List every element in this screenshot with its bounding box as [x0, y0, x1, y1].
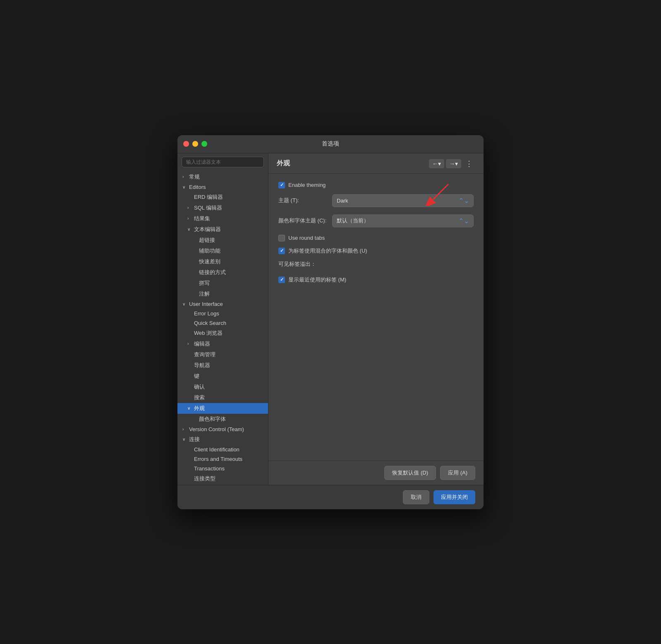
recent-tabs-label: 显示最近使用的标签 (M)	[288, 276, 346, 284]
sidebar-item-errorlogs[interactable]: Error Logs	[177, 309, 268, 318]
select-arrow-icon2: ⌃⌄	[458, 217, 469, 225]
theme-row: 主题 (T): Dark ⌃⌄	[278, 194, 474, 207]
sidebar-item-webbrowser[interactable]: Web 浏览器	[177, 328, 268, 339]
sidebar-item-quicksearch[interactable]: Quick Search	[177, 318, 268, 328]
chevron-right-icon: ›	[182, 427, 187, 432]
main-panel: 外观 ←▾ →▾ ⋮	[268, 153, 484, 485]
color-theme-label: 颜色和字体主题 (C):	[278, 217, 332, 224]
sidebar-item-erd[interactable]: ERD 编辑器	[177, 192, 268, 203]
header-actions: ←▾ →▾ ⋮	[429, 158, 475, 169]
more-button[interactable]: ⋮	[463, 158, 475, 169]
recent-tabs-row: 显示最近使用的标签 (M)	[278, 276, 474, 284]
sidebar-item-texteditor[interactable]: ∨ 文本编辑器	[177, 224, 268, 235]
mixed-font-label: 为标签使用混合的字体和颜色 (U)	[288, 247, 367, 255]
sidebar-item-errorstimeouts[interactable]: Errors and Timeouts	[177, 454, 268, 464]
chevron-right-icon: ›	[182, 174, 187, 179]
preferences-window: 首选项 › 常规 ∨ Editors ERD 编辑器	[177, 135, 484, 509]
theme-select[interactable]: Dark ⌃⌄	[332, 194, 474, 207]
chevron-down-icon: ∨	[187, 227, 192, 231]
sidebar-item-userinterface[interactable]: ∨ User Interface	[177, 299, 268, 309]
apply-button[interactable]: 应用 (A)	[440, 466, 475, 480]
enable-theming-row: Enable theming	[278, 182, 474, 188]
chevron-down-icon: ∨	[182, 185, 187, 189]
sidebar-item-editor2[interactable]: › 编辑器	[177, 339, 268, 349]
visible-tabs-label: 可见标签溢出：	[278, 260, 316, 268]
sidebar-item-confirm[interactable]: 确认	[177, 382, 268, 392]
sidebar-item-navigator[interactable]: 导航器	[177, 360, 268, 371]
sidebar-item-clientid[interactable]: Client Identification	[177, 445, 268, 454]
window-footer: 取消 应用并关闭	[177, 485, 484, 509]
sidebar-item-connection[interactable]: ∨ 连接	[177, 434, 268, 445]
sidebar-item-spelling[interactable]: 拼写	[177, 278, 268, 289]
chevron-down-icon: ∨	[182, 302, 187, 306]
chevron-down-icon: ∨	[187, 406, 192, 410]
restore-defaults-button[interactable]: 恢复默认值 (D)	[384, 466, 436, 480]
back-arrow-icon: ←	[432, 160, 438, 167]
sidebar-item-assist[interactable]: 辅助功能	[177, 246, 268, 256]
round-tabs-row: Use round tabs	[278, 235, 474, 241]
sidebar-item-hyperlink[interactable]: 超链接	[177, 235, 268, 246]
zoom-button[interactable]	[201, 141, 207, 147]
select-arrow-icon: ⌃⌄	[458, 197, 469, 205]
theme-value: Dark	[337, 198, 348, 204]
mixed-font-row: 为标签使用混合的字体和颜色 (U)	[278, 247, 474, 255]
minimize-button[interactable]	[192, 141, 198, 147]
recent-tabs-checkbox[interactable]	[278, 277, 285, 283]
sidebar-item-diff[interactable]: 快速差别	[177, 256, 268, 267]
panel-content: Enable theming 主题 (T): Dark ⌃⌄ 颜色和字体主题 (…	[268, 174, 484, 460]
sidebar-item-conntype[interactable]: 连接类型	[177, 473, 268, 484]
round-tabs-label: Use round tabs	[288, 235, 325, 241]
back-button[interactable]: ←▾	[429, 159, 444, 168]
window-title: 首选项	[322, 140, 339, 148]
mixed-font-checkbox[interactable]	[278, 248, 285, 254]
color-theme-row: 颜色和字体主题 (C): 默认（当前） ⌃⌄	[278, 215, 474, 227]
sidebar-item-resultset[interactable]: › 结果集	[177, 213, 268, 224]
sidebar-item-keys[interactable]: 键	[177, 371, 268, 382]
sidebar-item-querymgr[interactable]: 查询管理	[177, 349, 268, 360]
sidebar-item-transactions[interactable]: Transactions	[177, 464, 268, 473]
apply-close-button[interactable]: 应用并关闭	[433, 490, 475, 504]
sidebar-item-linkmode[interactable]: 链接的方式	[177, 267, 268, 278]
color-theme-value: 默认（当前）	[337, 217, 369, 224]
forward-button[interactable]: →▾	[446, 159, 461, 168]
enable-theming-label: Enable theming	[288, 182, 326, 188]
panel-footer: 恢复默认值 (D) 应用 (A)	[268, 460, 484, 485]
sidebar-item-annotation[interactable]: 注解	[177, 289, 268, 299]
panel-title: 外观	[277, 159, 290, 168]
sidebar-item-sql[interactable]: › SQL 编辑器	[177, 203, 268, 213]
chevron-right-icon: ›	[187, 341, 192, 346]
theme-label: 主题 (T):	[278, 197, 332, 204]
sidebar-item-normal[interactable]: › 常规	[177, 172, 268, 182]
content-area: › 常规 ∨ Editors ERD 编辑器 › SQL 编辑器	[177, 153, 484, 485]
sidebar-tree: › 常规 ∨ Editors ERD 编辑器 › SQL 编辑器	[177, 171, 268, 485]
sidebar-item-versioncontrol[interactable]: › Version Control (Team)	[177, 425, 268, 434]
visible-tabs-row: 可见标签溢出：	[278, 260, 474, 272]
forward-arrow-icon: →	[449, 160, 455, 167]
sidebar: › 常规 ∨ Editors ERD 编辑器 › SQL 编辑器	[177, 153, 268, 485]
enable-theming-checkbox[interactable]	[278, 182, 285, 188]
color-theme-select[interactable]: 默认（当前） ⌃⌄	[332, 215, 474, 227]
sidebar-item-appearance[interactable]: ∨ 外观	[177, 403, 268, 414]
search-input[interactable]	[182, 157, 264, 167]
chevron-right-icon: ›	[187, 205, 192, 210]
chevron-right-icon: ›	[187, 216, 192, 221]
sidebar-item-search[interactable]: 搜索	[177, 392, 268, 403]
titlebar: 首选项	[177, 135, 484, 153]
sidebar-item-editors[interactable]: ∨ Editors	[177, 182, 268, 192]
panel-header: 外观 ←▾ →▾ ⋮	[268, 153, 484, 174]
close-button[interactable]	[183, 141, 189, 147]
round-tabs-checkbox[interactable]	[278, 235, 285, 241]
traffic-lights	[183, 141, 207, 147]
sidebar-item-colorfont[interactable]: 颜色和字体	[177, 414, 268, 425]
chevron-down-icon: ∨	[182, 437, 187, 441]
cancel-button[interactable]: 取消	[403, 490, 429, 504]
